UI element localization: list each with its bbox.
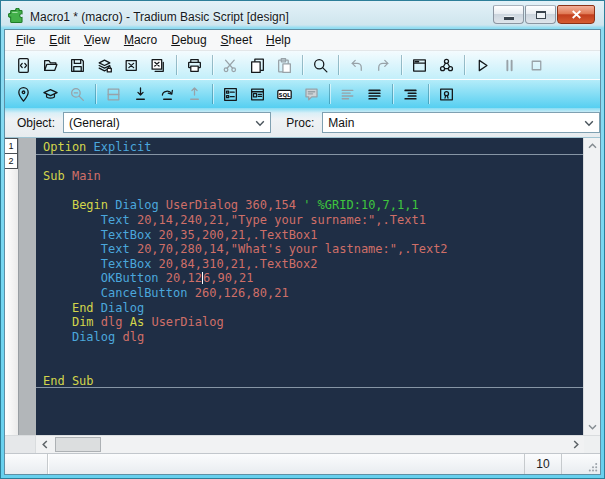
code-line[interactable] [36, 344, 583, 359]
sql-icon: SQL [276, 86, 293, 103]
proc-dropdown[interactable]: Main [322, 112, 600, 133]
menu-item-sheet[interactable]: Sheet [214, 31, 259, 49]
menu-item-help[interactable]: Help [259, 31, 298, 49]
userdialog-editor-button[interactable] [217, 82, 244, 106]
breakpoint-gutter[interactable] [19, 138, 36, 435]
object-dropdown[interactable]: (General) [63, 112, 271, 133]
code-editor[interactable]: Option Explicit Sub Main Begin Dialog Us… [36, 138, 583, 435]
find-button[interactable] [307, 53, 334, 77]
minimize-button[interactable] [493, 5, 524, 24]
sheet-tab-1[interactable]: 1 [5, 138, 18, 154]
run-button[interactable] [469, 53, 496, 77]
print-button[interactable] [181, 53, 208, 77]
open-button[interactable] [37, 53, 64, 77]
save-icon [69, 57, 86, 74]
resize-grip[interactable] [582, 454, 600, 474]
sql-button[interactable]: SQL [271, 82, 298, 106]
step-into-button[interactable] [127, 82, 154, 106]
text-lines-button[interactable] [334, 82, 361, 106]
sheet-tab-2[interactable]: 2 [5, 153, 18, 169]
cut-button[interactable] [217, 53, 244, 77]
code-line[interactable]: End Sub [36, 374, 583, 389]
svg-text:SQL: SQL [278, 91, 291, 97]
copy-button[interactable] [244, 53, 271, 77]
object-browser-button[interactable] [433, 53, 460, 77]
code-line[interactable] [36, 359, 583, 374]
new-macro-button[interactable] [10, 53, 37, 77]
step-over-button[interactable] [154, 82, 181, 106]
text-lines-indent-button[interactable] [397, 82, 424, 106]
code-line[interactable] [36, 155, 583, 170]
text-lines-icon [339, 86, 356, 103]
scroll-left-button[interactable] [36, 436, 53, 453]
references-button[interactable] [433, 82, 460, 106]
horizontal-scrollbar[interactable] [5, 435, 600, 453]
calls-button[interactable] [100, 82, 127, 106]
code-line[interactable]: TextBox 20,35,200,21,.TextBox1 [36, 228, 583, 243]
close-button[interactable] [557, 5, 595, 24]
toolbar-separator [212, 84, 213, 104]
code-line[interactable]: Dialog dlg [36, 330, 583, 345]
comment-icon [303, 86, 320, 103]
code-line[interactable]: Sub Main [36, 169, 583, 184]
stop-icon [528, 57, 545, 74]
proc-label: Proc: [286, 116, 314, 130]
menu-item-view[interactable]: View [77, 31, 117, 49]
run-icon [474, 57, 491, 74]
paste-button[interactable] [271, 53, 298, 77]
code-line[interactable]: Option Explicit [36, 140, 583, 155]
redo-button[interactable] [370, 53, 397, 77]
paste-icon [276, 57, 293, 74]
scroll-right-button[interactable] [567, 436, 584, 453]
toolbar-debug: SQL [5, 80, 600, 108]
step-out-button[interactable] [181, 82, 208, 106]
maximize-button[interactable] [525, 5, 556, 24]
dialog-editor-button[interactable] [406, 53, 433, 77]
stop-button[interactable] [523, 53, 550, 77]
code-line[interactable]: Text 20,70,280,14,"What's your lastname:… [36, 242, 583, 257]
undo-button[interactable] [343, 53, 370, 77]
menu-item-macro[interactable]: Macro [117, 31, 164, 49]
window-client-area: FileEditViewMacroDebugSheetHelp SQL Obje… [4, 29, 601, 475]
vertical-scrollbar[interactable] [583, 138, 600, 435]
toolbar-separator [401, 55, 402, 75]
scroll-down-button[interactable] [584, 419, 600, 435]
chevron-right-icon [573, 440, 579, 449]
delete-all-button[interactable] [145, 53, 172, 77]
scroll-up-button[interactable] [584, 138, 600, 154]
vertical-scroll-track[interactable] [584, 154, 600, 419]
code-line[interactable] [36, 184, 583, 199]
code-line[interactable]: Begin Dialog UserDialog 360,154 ' %GRID:… [36, 198, 583, 213]
horizontal-scroll-thumb[interactable] [55, 437, 101, 452]
text-lines-bold-button[interactable] [361, 82, 388, 106]
pause-icon [501, 57, 518, 74]
code-line[interactable]: Dim dlg As UserDialog [36, 315, 583, 330]
status-line-number: 10 [524, 454, 561, 474]
toggle-breakpoint-button[interactable] [10, 82, 37, 106]
comment-button[interactable] [298, 82, 325, 106]
code-line[interactable]: End Dialog [36, 301, 583, 316]
menu-item-file[interactable]: File [9, 31, 42, 49]
menu-item-edit[interactable]: Edit [42, 31, 77, 49]
delete-button[interactable] [118, 53, 145, 77]
save-all-button[interactable] [91, 53, 118, 77]
menu-item-debug[interactable]: Debug [164, 31, 213, 49]
object-browser-icon [438, 57, 455, 74]
chevron-down-icon [255, 120, 265, 127]
title-bar[interactable]: Macro1 * (macro) - Tradium Basic Script … [4, 4, 601, 29]
horizontal-scroll-track[interactable] [53, 436, 567, 453]
step-out-icon [186, 86, 203, 103]
dialog-preview-button[interactable] [244, 82, 271, 106]
code-line[interactable]: Text 20,14,240,21,"Type your surname:",.… [36, 213, 583, 228]
code-line[interactable]: CancelButton 260,126,80,21 [36, 286, 583, 301]
step-into-icon [132, 86, 149, 103]
proc-dropdown-value: Main [328, 116, 354, 130]
code-line[interactable]: OKButton 20,126,90,21 [36, 271, 583, 286]
pause-button[interactable] [496, 53, 523, 77]
quick-watch-button[interactable] [64, 82, 91, 106]
toolbar-separator [464, 55, 465, 75]
add-watch-button[interactable] [37, 82, 64, 106]
save-button[interactable] [64, 53, 91, 77]
step-over-icon [159, 86, 176, 103]
code-line[interactable]: TextBox 20,84,310,21,.TextBox2 [36, 257, 583, 272]
